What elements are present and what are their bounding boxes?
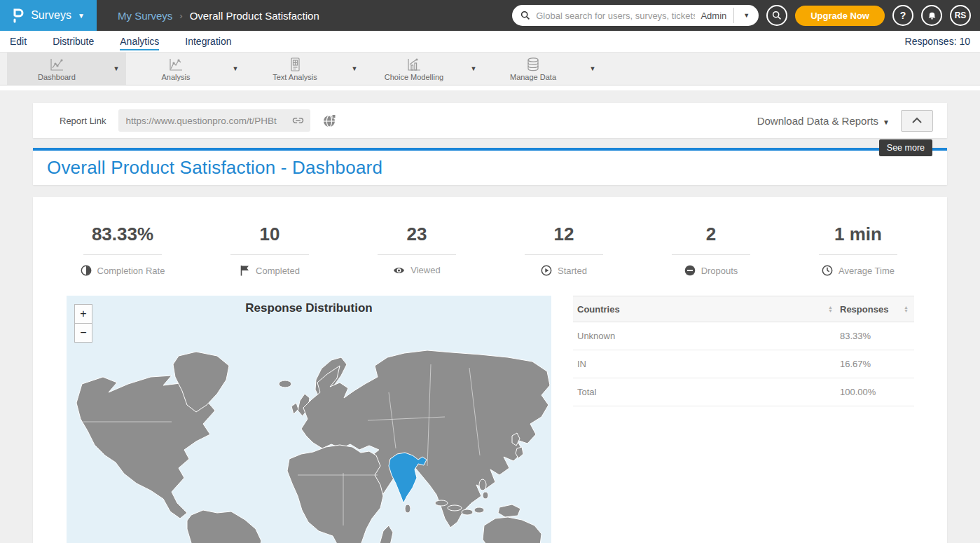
stat-value: 10 [260,224,280,245]
breadcrumb-my-surveys[interactable]: My Surveys [118,10,172,22]
report-url-box [118,109,310,132]
help-button[interactable]: ? [892,5,913,26]
flag-icon [240,265,250,276]
analysis-label: Analysis [162,73,191,81]
title-card: Overall Product Satisfaction - Dashboard [33,148,947,185]
report-link-label: Report Link [60,116,106,126]
analytics-toolbar: Dashboard ▼ Analysis ▼ Text Analysis ▼ [0,52,980,85]
breadcrumb-current: Overall Product Satisfaction [190,10,319,22]
stat-value: 2 [706,224,716,245]
stat-label: Viewed [410,265,440,275]
clock-icon [822,265,833,276]
dashboard-page: Report Link Download Data & Reports▼ [0,103,980,543]
divider [525,254,603,255]
line-chart-icon [48,57,65,72]
breadcrumb-separator: › [179,11,182,21]
tab-distribute[interactable]: Distribute [53,32,94,50]
text-analysis-caret-icon[interactable]: ▼ [345,53,364,85]
avatar[interactable]: RS [950,5,971,26]
questionpro-logo-icon [12,7,25,24]
search-scope-admin[interactable]: Admin [701,11,726,21]
tab-analytics[interactable]: Analytics [120,32,159,50]
choice-modelling-caret-icon[interactable]: ▼ [464,53,483,85]
search-icon [772,11,782,20]
map-zoom-in-button[interactable]: + [74,304,92,324]
sort-icon[interactable]: ▲▼ [904,305,909,312]
manage-data-caret-icon[interactable]: ▼ [583,53,602,85]
country-cell: Unknown [577,331,833,341]
minus-circle-icon [684,265,696,276]
text-analysis-label: Text Analysis [272,73,317,81]
questionpro-logo-menu[interactable]: Surveys ▼ [0,0,97,31]
document-grid-icon [287,57,303,72]
analysis-button[interactable]: Analysis [126,53,226,85]
report-bar-actions: Download Data & Reports▼ [757,110,933,132]
manage-data-button[interactable]: Manage Data [483,53,583,85]
response-distribution-map: Response Distribution + − [67,296,551,543]
report-visibility-button[interactable] [323,114,336,128]
divider [378,254,456,255]
dashboard-button[interactable]: Dashboard [7,53,106,85]
eye-icon [393,266,405,275]
responses-column-header[interactable]: Responses [840,304,888,315]
report-link-bar: Report Link Download Data & Reports▼ [33,103,947,138]
stat-value: 23 [407,224,427,245]
world-map[interactable] [67,315,551,543]
chain-link-icon[interactable] [291,116,305,125]
stat-label: Completed [256,266,300,276]
stats-row: 83.33% Completion Rate 10 [33,224,947,276]
responses-count: Responses: 10 [905,36,970,47]
product-name: Surveys [31,9,71,22]
top-bar: Surveys ▼ My Surveys › Overall Product S… [0,0,980,31]
choice-modelling-button[interactable]: Choice Modelling [364,53,464,85]
map-zoom-out-button[interactable]: − [74,323,92,343]
upgrade-now-button[interactable]: Upgrade Now [795,6,885,26]
divider [83,254,162,255]
breadcrumb: My Surveys › Overall Product Satisfactio… [118,10,319,22]
chevron-up-icon [911,116,923,125]
bars-trend-icon [406,57,422,72]
search-icon [520,11,530,20]
country-cell: Total [577,387,833,397]
responses-cell: 83.33% [833,331,909,341]
table-row: IN 16.67% [573,350,914,378]
toolbar-analysis: Analysis ▼ [126,53,245,85]
global-search[interactable]: Admin ▼ [512,5,759,26]
stat-label: Started [558,266,587,276]
stat-value: 83.33% [92,224,153,245]
notifications-button[interactable] [921,5,942,26]
tab-integration[interactable]: Integration [185,32,231,50]
stat-label: Completion Rate [97,266,165,276]
bell-icon [927,10,937,21]
countries-column-header[interactable]: Countries [577,304,620,315]
dashboard-card: 83.33% Completion Rate 10 [33,197,947,543]
responses-cell: 100.00% [833,387,909,397]
stat-completion-rate: 83.33% Completion Rate [49,224,196,276]
stat-value: 12 [554,224,574,245]
divider [672,254,750,255]
dashboard-label: Dashboard [38,73,76,81]
sort-icon[interactable]: ▲▼ [828,305,833,312]
see-more-tooltip: See more [879,139,932,156]
analysis-caret-icon[interactable]: ▼ [226,53,245,85]
country-cell: IN [577,359,833,369]
chevron-down-icon: ▼ [883,118,890,126]
search-input[interactable] [536,11,695,21]
tab-edit[interactable]: Edit [10,32,27,50]
download-data-reports-menu[interactable]: Download Data & Reports▼ [757,115,890,127]
search-scope-caret-icon[interactable]: ▼ [741,12,752,19]
stat-dropouts: 2 Dropouts [637,224,785,276]
map-country-india [389,453,427,503]
report-url-input[interactable] [125,116,289,126]
dashboard-caret-icon[interactable]: ▼ [106,53,126,85]
table-row: Unknown 83.33% [573,322,914,350]
globe-icon [323,114,336,128]
search-button[interactable] [766,5,787,26]
text-analysis-button[interactable]: Text Analysis [245,53,345,85]
collapse-toggle-button[interactable] [901,110,933,132]
chevron-down-icon: ▼ [78,12,85,20]
response-distribution-row: Response Distribution + − [33,296,947,543]
spacer [0,85,980,90]
half-circle-gauge-icon [81,265,92,276]
avatar-initials: RS [955,11,967,20]
